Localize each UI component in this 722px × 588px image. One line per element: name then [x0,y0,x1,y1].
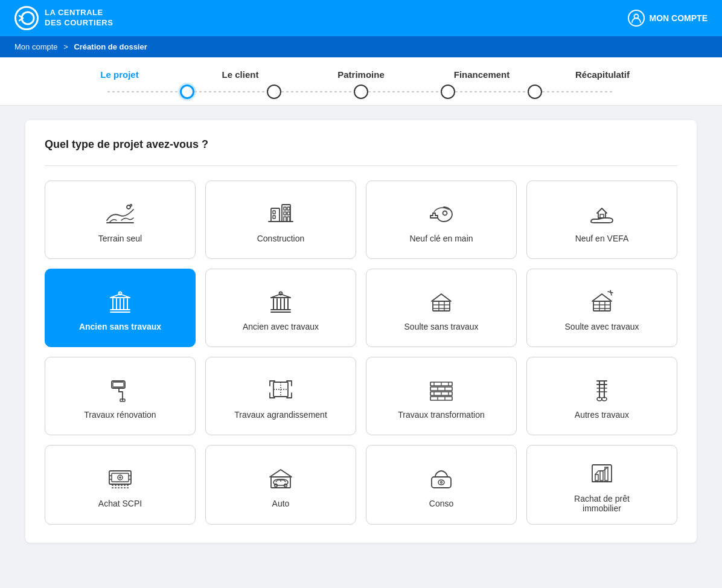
house-grid2-icon [586,288,618,315]
svg-rect-7 [273,216,275,219]
tile-label-vefa: Neuf en VEFA [575,234,629,243]
step-circle-3[interactable] [441,85,455,99]
chart-bar-icon [586,460,618,487]
tile-soulte-avec-travaux[interactable]: Soulte avec travaux [526,269,677,347]
svg-point-101 [438,480,444,485]
project-type-card: Quel type de projet avez-vous ? Terrain … [25,120,697,543]
svg-point-102 [441,482,442,484]
house-hand-icon [586,200,618,226]
tile-auto[interactable]: Auto [205,445,356,525]
step-label-0[interactable]: Le projet [59,69,180,80]
logo: LA CENTRALE DES COURTIERS [14,6,113,30]
brick-wall-icon [426,376,457,403]
bills-icon [104,465,136,491]
project-grid: Terrain seul Construction [45,181,677,525]
svg-rect-52 [113,382,124,387]
step-label-4[interactable]: Récapitulatif [542,69,663,80]
tile-ancien-sans-travaux[interactable]: Ancien sans travaux [45,269,196,347]
svg-rect-100 [432,477,451,488]
tile-label-transformation: Travaux transformation [398,410,484,420]
tile-terrain-seul[interactable]: Terrain seul [45,181,196,259]
tile-label-rachat: Rachat de prêt immobilier [566,494,638,513]
svg-rect-44 [593,301,610,311]
main-content: Quel type de projet avez-vous ? Terrain … [11,106,711,557]
logo-text: LA CENTRALE DES COURTIERS [45,8,113,28]
terrain-icon [104,200,136,226]
svg-rect-6 [273,211,275,214]
svg-rect-13 [287,217,290,222]
svg-rect-11 [287,212,290,215]
bank-icon [104,288,136,315]
tile-neuf-en-vefa[interactable]: Neuf en VEFA [526,181,677,259]
step-label-1[interactable]: Le client [180,69,301,80]
car-garage-icon [265,465,296,491]
tile-label-soulte-sans: Soulte sans travaux [404,322,479,331]
breadcrumb-home[interactable]: Mon compte [14,42,58,51]
tile-travaux-agrandissement[interactable]: Travaux agrandissement [205,357,356,435]
step-label-2[interactable]: Patrimoine [301,69,421,80]
svg-rect-39 [433,301,450,311]
svg-point-2 [130,205,132,206]
breadcrumb: Mon compte > Création de dossier [0,36,722,57]
svg-rect-105 [595,475,598,481]
tile-label-soulte-avec: Soulte avec travaux [565,322,639,331]
tile-ancien-avec-travaux[interactable]: Ancien avec travaux [205,269,356,347]
account-label: MON COMPTE [650,13,708,23]
tile-achat-scpi[interactable]: Achat SCPI [45,445,196,525]
svg-rect-106 [600,471,603,481]
tile-label-renovation: Travaux rénovation [84,410,156,420]
svg-point-38 [280,292,283,295]
tile-autres-travaux[interactable]: Autres travaux [526,357,677,435]
breadcrumb-separator: > [63,42,68,51]
house-grid-icon [426,288,457,315]
tile-label-neuf-cle: Neuf clé en main [409,234,473,243]
svg-rect-12 [284,217,286,222]
logo-icon [14,6,39,30]
tile-rachat-pret[interactable]: Rachat de prêt immobilier [526,445,677,525]
svg-rect-10 [284,212,286,215]
step-circle-1[interactable] [267,85,281,99]
tile-label-agrandissement: Travaux agrandissement [234,410,327,420]
svg-rect-9 [287,207,290,210]
tile-label-terrain-seul: Terrain seul [98,234,142,243]
app-header: LA CENTRALE DES COURTIERS MON COMPTE [0,0,722,36]
construction-icon [265,200,296,226]
svg-rect-8 [284,207,286,210]
account-button[interactable]: MON COMPTE [628,10,708,27]
steps-wizard: Le projet Le client Patrimoine Financeme… [0,57,722,106]
section-title: Quel type de projet avez-vous ? [45,138,677,151]
step-label-3[interactable]: Financement [421,69,542,80]
svg-rect-4 [271,208,280,222]
divider [45,165,677,166]
tile-soulte-sans-travaux[interactable]: Soulte sans travaux [366,269,517,347]
tile-label-construction: Construction [257,234,305,243]
tile-travaux-transformation[interactable]: Travaux transformation [366,357,517,435]
tools-icon [586,376,618,403]
svg-rect-59 [430,387,452,391]
key-icon [426,200,457,226]
bank2-icon [265,288,296,315]
steps-labels: Le projet Le client Patrimoine Financeme… [0,69,722,80]
steps-dots [0,85,722,99]
paint-roller-icon [104,376,136,403]
account-icon [628,10,645,27]
step-circle-4[interactable] [528,85,542,99]
svg-point-15 [443,211,447,216]
tile-construction[interactable]: Construction [205,181,356,259]
svg-line-50 [610,290,612,295]
tile-neuf-cle-en-main[interactable]: Neuf clé en main [366,181,517,259]
tile-conso[interactable]: Conso [366,445,517,525]
purse-icon [426,465,457,491]
tile-label-autres-travaux: Autres travaux [575,410,629,420]
tile-travaux-renovation[interactable]: Travaux rénovation [45,357,196,435]
breadcrumb-current: Création de dossier [74,42,147,51]
tile-label-ancien-sans: Ancien sans travaux [79,322,161,331]
tile-label-ancien-avec: Ancien avec travaux [243,322,319,331]
step-circle-0[interactable] [180,85,194,99]
tile-label-conso: Conso [429,499,453,508]
svg-point-27 [119,292,122,295]
tile-label-scpi: Achat SCPI [98,499,142,508]
svg-rect-61 [430,397,452,400]
expand-icon [265,376,296,403]
step-circle-2[interactable] [354,85,368,99]
